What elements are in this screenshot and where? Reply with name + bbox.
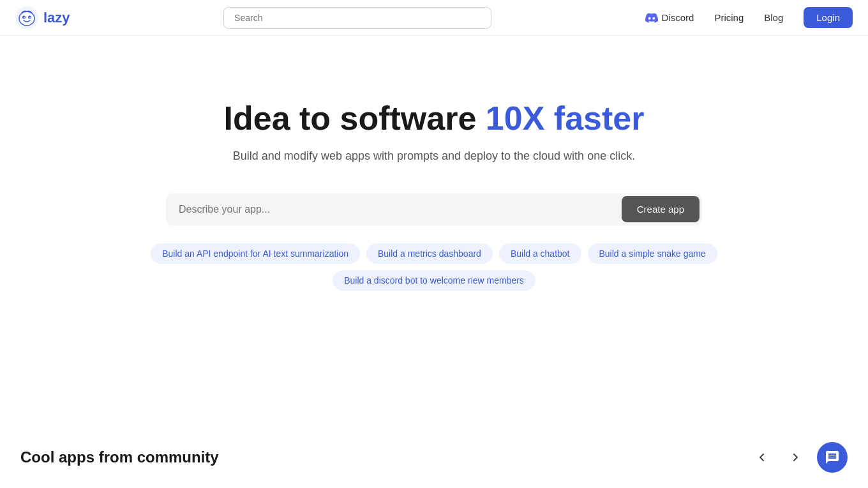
pricing-link[interactable]: Pricing xyxy=(714,12,744,23)
create-app-button[interactable]: Create app xyxy=(622,196,700,222)
chip-chip2[interactable]: Build a metrics dashboard xyxy=(366,243,493,264)
nav-arrows xyxy=(751,446,807,469)
header: lazy Discord Pricing Blog Login xyxy=(0,0,868,36)
svg-point-4 xyxy=(24,17,25,18)
discord-label: Discord xyxy=(662,12,694,23)
login-button[interactable]: Login xyxy=(804,7,853,28)
chat-icon xyxy=(825,450,840,465)
describe-box: Create app xyxy=(166,194,702,225)
chips-row: Build an API endpoint for AI text summar… xyxy=(147,243,721,291)
arrow-right-icon xyxy=(789,451,802,464)
search-bar xyxy=(223,7,491,29)
discord-icon xyxy=(645,11,658,24)
main-content: Idea to software 10X faster Build and mo… xyxy=(0,36,868,329)
nav: Discord Pricing Blog Login xyxy=(645,7,853,28)
community-title: Cool apps from community xyxy=(20,448,219,466)
svg-point-5 xyxy=(29,17,31,18)
hero-title-part1: Idea to software xyxy=(224,100,486,137)
blog-link[interactable]: Blog xyxy=(764,12,783,23)
bottom-section: Cool apps from community xyxy=(0,427,868,488)
prev-arrow-button[interactable] xyxy=(751,446,774,469)
logo-icon xyxy=(15,6,38,29)
hero-subtitle: Build and modify web apps with prompts a… xyxy=(233,149,635,163)
blog-label: Blog xyxy=(764,12,783,23)
logo[interactable]: lazy xyxy=(15,6,70,29)
logo-text: lazy xyxy=(43,10,70,26)
pricing-label: Pricing xyxy=(714,12,744,23)
chip-chip1[interactable]: Build an API endpoint for AI text summar… xyxy=(151,243,360,264)
arrow-left-icon xyxy=(756,451,768,464)
next-arrow-button[interactable] xyxy=(784,446,807,469)
describe-input[interactable] xyxy=(179,196,622,223)
hero-section: Idea to software 10X faster Build and mo… xyxy=(0,36,868,329)
search-input[interactable] xyxy=(223,7,491,29)
svg-point-1 xyxy=(19,11,34,26)
hero-title: Idea to software 10X faster xyxy=(224,100,645,138)
chip-chip4[interactable]: Build a simple snake game xyxy=(588,243,717,264)
hero-title-accent: 10X faster xyxy=(486,100,645,137)
discord-link[interactable]: Discord xyxy=(645,11,694,24)
chip-chip5[interactable]: Build a discord bot to welcome new membe… xyxy=(333,270,535,291)
chat-button[interactable] xyxy=(817,442,848,473)
chip-chip3[interactable]: Build a chatbot xyxy=(499,243,581,264)
